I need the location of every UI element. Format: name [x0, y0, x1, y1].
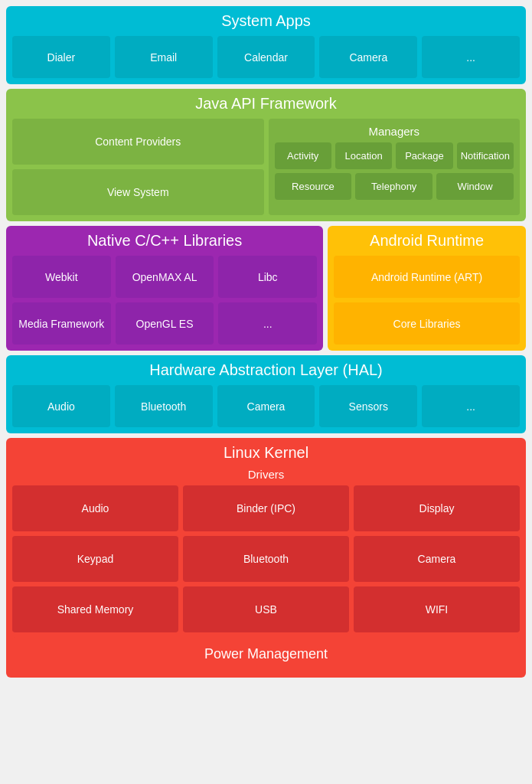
system-apps-title: System Apps [12, 12, 520, 30]
android-runtime-cells: Android Runtime (ART) Core Libraries [334, 256, 520, 345]
managers-box: Managers Activity Location Package Notif… [269, 119, 521, 215]
manager-window: Window [436, 173, 514, 200]
manager-activity: Activity [275, 142, 331, 169]
hal-title: Hardware Abstraction Layer (HAL) [12, 361, 520, 379]
native-runtime-row: Native C/C++ Libraries Webkit OpenMAX AL… [6, 226, 526, 351]
linux-kernel-section: Linux Kernel Drivers Audio Binder (IPC) … [6, 438, 526, 678]
linux-kernel-title: Linux Kernel [12, 444, 520, 462]
system-apps-cells: Dialer Email Calendar Camera ... [12, 36, 520, 78]
hal-camera: Camera [217, 385, 315, 427]
driver-wifi: WIFI [354, 586, 520, 632]
native-section: Native C/C++ Libraries Webkit OpenMAX AL… [6, 226, 323, 351]
driver-usb: USB [183, 586, 349, 632]
hal-section: Hardware Abstraction Layer (HAL) Audio B… [6, 355, 526, 433]
system-apps-more: ... [422, 36, 520, 78]
native-libc: Libc [218, 256, 317, 298]
managers-title: Managers [275, 125, 514, 138]
driver-binder: Binder (IPC) [183, 485, 349, 531]
driver-camera: Camera [354, 536, 520, 582]
java-api-section: Java API Framework Content Providers Vie… [6, 89, 526, 221]
android-runtime-core: Core Libraries [334, 302, 520, 345]
system-apps-section: System Apps Dialer Email Calendar Camera… [6, 6, 526, 84]
power-management: Power Management [12, 637, 520, 671]
hal-sensors: Sensors [319, 385, 417, 427]
driver-keypad: Keypad [12, 536, 178, 582]
native-cells: Webkit OpenMAX AL Libc Media Framework O… [12, 256, 317, 345]
hal-cells: Audio Bluetooth Camera Sensors ... [12, 385, 520, 427]
view-system-cell: View System [12, 169, 264, 215]
native-opengl: OpenGL ES [116, 302, 214, 345]
android-runtime-section: Android Runtime Android Runtime (ART) Co… [328, 226, 526, 351]
android-runtime-title: Android Runtime [334, 232, 520, 250]
system-apps-calendar: Calendar [217, 36, 315, 78]
system-apps-dialer: Dialer [12, 36, 110, 78]
driver-display: Display [354, 485, 520, 531]
managers-row1: Activity Location Package Notification [275, 142, 514, 169]
manager-notification: Notification [457, 142, 514, 169]
manager-location: Location [335, 142, 392, 169]
content-providers-cell: Content Providers [12, 119, 264, 165]
drivers-grid: Audio Binder (IPC) Display Keypad Blueto… [12, 485, 520, 632]
system-apps-email: Email [115, 36, 213, 78]
android-runtime-art: Android Runtime (ART) [334, 256, 520, 298]
java-api-title: Java API Framework [12, 95, 520, 113]
native-more: ... [218, 302, 317, 345]
driver-bluetooth: Bluetooth [183, 536, 349, 582]
system-apps-camera: Camera [319, 36, 417, 78]
manager-telephony: Telephony [355, 173, 432, 200]
driver-audio: Audio [12, 485, 178, 531]
drivers-title: Drivers [12, 468, 520, 481]
native-openmax: OpenMAX AL [116, 256, 214, 298]
hal-audio: Audio [12, 385, 110, 427]
native-title: Native C/C++ Libraries [12, 232, 317, 250]
java-api-grid: Content Providers View System Managers A… [12, 119, 520, 215]
hal-more: ... [422, 385, 520, 427]
driver-shared-memory: Shared Memory [12, 586, 178, 632]
native-webkit: Webkit [12, 256, 111, 298]
hal-bluetooth: Bluetooth [115, 385, 213, 427]
manager-resource: Resource [275, 173, 352, 200]
managers-row2: Resource Telephony Window [275, 173, 514, 200]
java-api-left: Content Providers View System [12, 119, 264, 215]
native-media-framework: Media Framework [12, 302, 111, 345]
manager-package: Package [396, 142, 452, 169]
